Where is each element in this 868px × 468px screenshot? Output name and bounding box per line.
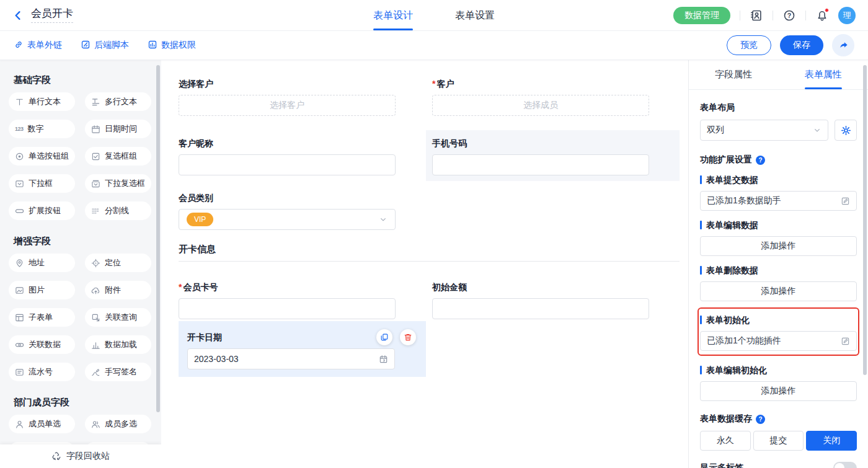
form-canvas: 选择客户 选择客户 客户 选择成员 客户昵称 手机号码 [161,60,688,468]
field-pill-number-123[interactable]: 123数字 [9,120,75,138]
field-pill-calendar[interactable]: 日期时间 [85,120,151,138]
member-multi-icon [91,420,100,429]
prop-group-title: 表单初始化 [700,314,857,326]
field-pill-bar-chart[interactable]: 数据加载 [85,335,151,354]
layout-select[interactable]: 双列 [700,120,828,141]
form-field-open-date-selected[interactable]: 开卡日期 2023-03-03 [179,321,426,377]
edit-icon[interactable] [841,337,850,346]
phone-input[interactable] [432,154,649,175]
back-button[interactable] [12,10,24,21]
data-permission-label: 数据权限 [161,40,196,51]
cache-option-button-active[interactable]: 关闭 [806,431,857,451]
field-pill-label: 成员多选 [105,418,137,430]
edit-icon[interactable] [841,196,850,206]
help-badge-icon[interactable]: ? [756,415,765,424]
form-field-initial-amount[interactable]: 初始金额 [426,274,680,319]
field-pill-subform[interactable]: 子表单 [9,308,75,327]
delete-field-button[interactable] [400,329,416,345]
select-member-trigger[interactable]: 选择成员 [432,95,649,116]
field-pill-divider[interactable]: 分割线 [85,201,151,220]
field-pill-member-single[interactable]: 成员单选 [9,415,75,433]
form-field-phone[interactable]: 手机号码 [426,130,680,181]
data-manage-button[interactable]: 数据管理 [673,7,730,24]
form-field-member-type[interactable]: 会员类别 VIP [179,185,426,230]
external-link-action[interactable]: 表单外链 [14,40,62,51]
panel-scrollbar[interactable] [863,65,867,375]
field-pill-radio[interactable]: 单选按钮组 [9,147,75,166]
address-book-icon[interactable] [750,9,763,22]
cache-option-button[interactable]: 提交 [753,431,804,451]
data-permission-action[interactable]: 数据权限 [148,40,196,51]
divider [740,11,740,20]
field-pill-text-multi[interactable]: 多行文本 [85,92,151,111]
copy-field-button[interactable] [376,329,392,345]
form-field-customer[interactable]: 客户 选择成员 [426,75,680,116]
field-pill-map-pin[interactable]: 地址 [9,254,75,272]
field-pill-signature[interactable]: 手写签名 [85,363,151,381]
divider-icon [91,206,100,216]
calendar-icon [91,125,100,134]
layout-settings-button[interactable] [835,120,857,141]
add-action-button[interactable]: 添加操作 [700,281,857,301]
recycle-icon [51,451,61,461]
cache-option-button[interactable]: 永久 [700,431,751,451]
card-no-input[interactable] [179,298,396,319]
nickname-input[interactable] [179,154,396,175]
preview-button[interactable]: 预览 [727,35,771,55]
sidebar-scrollbar[interactable] [156,65,160,412]
accent-bar [700,316,702,324]
field-pill-multi-select[interactable]: 下拉复选框 [85,174,151,193]
field-pill-linked-data[interactable]: 关联数据 [9,335,75,354]
cloud-upload-icon [91,286,100,295]
cache-section: 表单数据缓存 ? 永久提交关闭 [700,413,857,451]
plugin-status-box[interactable]: 已添加1个功能插件 [700,331,857,351]
member-type-select[interactable]: VIP [179,209,396,230]
calendar-icon [379,355,388,364]
field-pill-checkbox[interactable]: 复选框组 [85,147,151,166]
avatar[interactable]: 理 [838,7,856,24]
field-pill-select[interactable]: 下拉框 [9,174,75,193]
field-pill-pill-button[interactable]: 扩展按钮 [9,201,75,220]
add-action-button[interactable]: 添加操作 [700,381,857,401]
select-customer-trigger[interactable]: 选择客户 [179,95,396,116]
field-pill-image[interactable]: 图片 [9,281,75,299]
open-date-input[interactable]: 2023-03-03 [187,348,395,369]
field-pill-label: 多行文本 [105,96,137,107]
backend-script-action[interactable]: 后端脚本 [81,40,129,51]
chevron-down-icon [379,215,388,224]
backend-script-icon [81,40,91,51]
field-recycle-bin[interactable]: 字段回收站 [0,444,161,468]
tab-form-design[interactable]: 表单设计 [373,0,413,31]
field-pill-linked-query[interactable]: 关联查询 [85,308,151,327]
field-pill-cloud-upload[interactable]: 附件 [85,281,151,299]
notification-bell-icon[interactable] [815,9,829,22]
field-pill-label: 数据加载 [105,339,137,350]
display-tabs-toggle[interactable] [833,462,857,468]
form-section-header[interactable]: 开卡信息 [179,242,680,262]
share-button[interactable] [832,34,854,56]
form-field-select-customer[interactable]: 选择客户 选择客户 [179,75,426,116]
display-tabs-setting: 显示多标签 [700,462,857,468]
tab-form-properties[interactable]: 表单属性 [779,60,868,89]
field-pill-serial-number[interactable]: 流水号 [9,363,75,381]
form-field-card-no[interactable]: 会员卡号 [179,274,426,319]
field-library-section: 部门成员字段成员单选成员多选 [9,396,151,433]
member-single-icon [15,420,24,429]
field-pill-locate[interactable]: 定位 [85,254,151,272]
field-pill-text-single[interactable]: 单行文本 [9,92,75,111]
text-single-icon [15,97,24,107]
plugin-status-box[interactable]: 已添加1条数据助手 [700,191,857,211]
add-action-button[interactable]: 添加操作 [700,236,857,256]
help-badge-icon[interactable]: ? [756,156,765,165]
tab-form-settings[interactable]: 表单设置 [455,0,495,31]
form-field-nickname[interactable]: 客户昵称 [179,130,426,181]
page-title[interactable]: 会员开卡 [31,7,73,23]
field-pill-label: 单选按钮组 [29,151,69,162]
save-button[interactable]: 保存 [780,35,823,55]
form-layout-label: 表单布局 [700,102,857,113]
multi-select-icon [91,179,100,188]
field-pill-member-multi[interactable]: 成员多选 [85,415,151,433]
initial-amount-input[interactable] [432,298,649,319]
tab-field-properties[interactable]: 字段属性 [689,60,779,89]
help-icon[interactable]: ? [782,9,796,22]
